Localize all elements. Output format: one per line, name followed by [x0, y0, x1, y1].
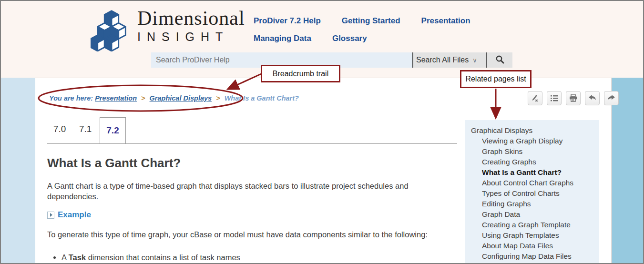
related-link[interactable]: Types of Control Charts [471, 188, 599, 199]
help-window: Dimensional INSIGHT ProDiver 7.2 Help Ge… [0, 0, 644, 264]
dimensional-insight-logo: Dimensional INSIGHT [91, 8, 245, 51]
list-icon [551, 95, 558, 102]
annotation-label-related: Related pages list [460, 70, 532, 88]
related-link[interactable]: Graph Skins [471, 146, 599, 157]
related-link[interactable]: Editing Graphs [471, 199, 599, 209]
breadcrumb-separator: > [141, 94, 145, 102]
annotation-label-breadcrumb: Breadcrumb trail [261, 65, 340, 82]
topic-list-button[interactable] [547, 91, 562, 105]
intro-paragraph: A Gantt chart is a type of time-based gr… [47, 181, 457, 202]
page-title: What Is a Gantt Chart? [47, 156, 457, 171]
back-button[interactable] [585, 91, 600, 105]
example-link: Example [58, 210, 91, 220]
related-link-graphical-displays[interactable]: Graphical Displays [471, 125, 599, 136]
remove-highlight-button[interactable] [528, 91, 542, 105]
article-content: What Is a Gantt Chart? A Gantt chart is … [47, 156, 457, 264]
requirements-paragraph: To generate this type of time graph, you… [47, 229, 457, 240]
top-navigation: ProDiver 7.2 Help Getting Started Presen… [254, 16, 540, 43]
nav-getting-started[interactable]: Getting Started [342, 16, 400, 26]
page-toolbar [528, 91, 619, 105]
breadcrumb-prefix: You are here: [49, 94, 95, 102]
nav-managing-data[interactable]: Managing Data [254, 34, 311, 43]
logo-wordmark-dimensional: Dimensional [137, 8, 245, 29]
nav-presentation[interactable]: Presentation [421, 16, 470, 26]
expand-toggle-icon [47, 212, 54, 219]
tab-version-7-0[interactable]: 7.0 [53, 124, 66, 134]
search-button[interactable] [487, 52, 512, 68]
related-link[interactable]: Using Graph Templates [471, 230, 599, 241]
example-expander[interactable]: Example [47, 210, 457, 220]
right-margin-strip [612, 78, 643, 263]
arrow-forward-icon [607, 95, 615, 102]
related-link[interactable]: Graph Data [471, 209, 599, 220]
tab-version-7-1[interactable]: 7.1 [79, 124, 92, 134]
arrow-back-icon [588, 95, 596, 102]
related-link-current-page[interactable]: What Is a Gantt Chart? [471, 167, 599, 178]
chevron-down-icon: ∨ [472, 57, 477, 64]
printer-icon [569, 94, 577, 102]
related-link[interactable]: Creating a Graph Template [471, 220, 599, 230]
cubes-logo-icon [91, 8, 133, 51]
pen-remove-icon [531, 94, 539, 102]
logo-wordmark-insight: INSIGHT [137, 30, 245, 44]
list-item: A Task dimension that contains a list of… [61, 252, 457, 263]
search-icon [495, 55, 504, 65]
breadcrumb-current-page: What Is a Gantt Chart? [225, 94, 299, 102]
breadcrumb-link-graphical-displays[interactable]: Graphical Displays [150, 94, 212, 102]
left-margin-strip [1, 78, 35, 263]
related-link[interactable]: Creating Graphs [471, 157, 599, 167]
related-link[interactable]: About the Map Loader Model [471, 262, 599, 263]
nav-glossary[interactable]: Glossary [332, 34, 367, 43]
related-link[interactable]: About Map Data Files [471, 241, 599, 251]
tabs-baseline [47, 143, 457, 144]
tab-version-7-2-active[interactable]: 7.2 [100, 117, 126, 143]
requirements-list: A Task dimension that contains a list of… [50, 252, 457, 264]
breadcrumb-separator: > [216, 94, 220, 102]
search-scope-label: Search All Files [416, 56, 469, 64]
search-scope-dropdown[interactable]: Search All Files ∨ [412, 52, 487, 68]
related-link[interactable]: Configuring Map Data Files [471, 251, 599, 262]
breadcrumb-link-presentation[interactable]: Presentation [95, 94, 137, 102]
related-link[interactable]: About Control Chart Graphs [471, 178, 599, 188]
breadcrumb: You are here: Presentation > Graphical D… [49, 94, 299, 102]
nav-prodiver-help[interactable]: ProDiver 7.2 Help [254, 16, 321, 26]
forward-button[interactable] [604, 91, 619, 105]
print-button[interactable] [566, 91, 581, 105]
related-pages-panel: Graphical Displays Viewing a Graph Displ… [465, 120, 599, 263]
related-link[interactable]: Viewing a Graph Display [471, 136, 599, 146]
